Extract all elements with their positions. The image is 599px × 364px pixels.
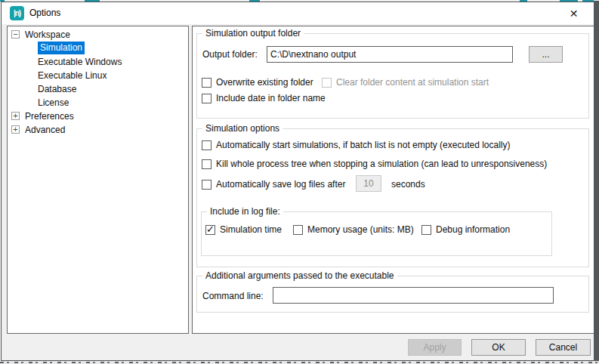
- checkbox-label: Automatically save log files after: [216, 179, 345, 190]
- group-legend: Include in log file:: [207, 206, 283, 217]
- checkbox-label: Include date in folder name: [216, 93, 326, 103]
- checkbox-box: [202, 140, 212, 150]
- checkbox-label: Memory usage (units: MB): [307, 224, 414, 235]
- close-button[interactable]: ✕: [557, 2, 591, 24]
- checkbox-label: Overwrite existing folder: [216, 77, 313, 88]
- checkbox-box: [202, 94, 212, 103]
- checkbox-box: [293, 225, 303, 235]
- nextnano-logo-icon: [10, 6, 24, 20]
- checkbox-label: Automatically start simulations, if batc…: [216, 140, 510, 150]
- tree-item-label-selected: Simulation: [38, 42, 85, 54]
- tree-item-preferences[interactable]: Preferences: [8, 110, 188, 123]
- screen: Options ✕ Workspace Simulation Executabl…: [0, 0, 599, 364]
- auto-save-seconds-input: [356, 175, 381, 192]
- memory-usage-checkbox[interactable]: Memory usage (units: MB): [293, 224, 414, 235]
- checkbox-box-checked: [205, 225, 215, 235]
- checkbox-box: [202, 78, 212, 88]
- close-icon: ✕: [570, 8, 579, 20]
- expand-icon[interactable]: [11, 112, 20, 120]
- output-folder-label: Output folder:: [202, 49, 258, 60]
- checkbox-label: Kill whole process tree when stopping a …: [216, 159, 547, 169]
- expand-icon[interactable]: [11, 125, 20, 134]
- group-legend: Simulation options: [202, 123, 283, 134]
- command-line-input[interactable]: [273, 287, 554, 304]
- tree-item-workspace[interactable]: Workspace: [8, 28, 188, 42]
- checkbox-box: [322, 78, 332, 88]
- kill-process-tree-checkbox[interactable]: Kill whole process tree when stopping a …: [202, 159, 547, 169]
- tree-item-label: Executable Linux: [38, 69, 107, 82]
- tree-item-label: Advanced: [25, 123, 65, 137]
- auto-start-simulations-checkbox[interactable]: Automatically start simulations, if batc…: [202, 140, 510, 150]
- ok-button[interactable]: OK: [471, 339, 526, 356]
- overwrite-existing-folder-checkbox[interactable]: Overwrite existing folder: [202, 77, 313, 88]
- tree-item-label: Executable Windows: [38, 55, 122, 69]
- checkbox-box: [202, 159, 212, 169]
- include-date-checkbox[interactable]: Include date in folder name: [202, 93, 326, 103]
- browse-button[interactable]: ...: [529, 46, 563, 63]
- apply-button: Apply: [408, 339, 462, 356]
- debug-information-checkbox[interactable]: Debug information: [421, 224, 510, 235]
- checkbox-box: [202, 180, 212, 190]
- background-window-bottom-edge: [0, 361, 599, 364]
- settings-panel: Simulation output folder Output folder: …: [192, 26, 595, 334]
- tree-item-database[interactable]: Database: [8, 82, 188, 96]
- settings-tree: Workspace Simulation Executable Windows …: [7, 26, 189, 334]
- checkbox-box: [421, 225, 431, 235]
- tree-item-label: Preferences: [25, 110, 74, 123]
- checkbox-label: Simulation time: [220, 224, 282, 235]
- seconds-label: seconds: [391, 179, 425, 190]
- group-simulation-options: Simulation options Automatically start s…: [196, 128, 589, 267]
- tree-item-executable-linux[interactable]: Executable Linux: [8, 69, 188, 82]
- group-legend: Additional arguments passed to the execu…: [202, 270, 397, 281]
- command-line-label: Command line:: [202, 291, 264, 301]
- tree-item-executable-windows[interactable]: Executable Windows: [8, 55, 188, 69]
- checkbox-label: Clear folder content at simulation start: [336, 77, 489, 88]
- tree-item-license[interactable]: License: [8, 96, 188, 110]
- tree-item-label: Workspace: [25, 28, 70, 42]
- window-title: Options: [29, 8, 60, 18]
- tree-item-label: License: [38, 96, 69, 110]
- output-folder-input[interactable]: [267, 46, 513, 63]
- cancel-button[interactable]: Cancel: [536, 339, 591, 356]
- background-window-right-edge: [594, 1, 599, 361]
- options-dialog: Options ✕ Workspace Simulation Executabl…: [1, 2, 597, 361]
- auto-save-log-checkbox[interactable]: Automatically save log files after: [202, 179, 345, 190]
- simulation-time-checkbox[interactable]: Simulation time: [205, 224, 282, 235]
- group-additional-arguments: Additional arguments passed to the execu…: [196, 276, 589, 313]
- tree-item-label: Database: [38, 82, 76, 96]
- group-legend: Simulation output folder: [202, 28, 304, 39]
- collapse-icon[interactable]: [11, 30, 20, 39]
- clear-folder-content-checkbox: Clear folder content at simulation start: [322, 77, 489, 88]
- title-bar: Options ✕: [2, 2, 597, 24]
- checkbox-label: Debug information: [436, 224, 510, 235]
- tree-item-simulation[interactable]: Simulation: [8, 42, 188, 55]
- group-include-in-log-file: Include in log file: Simulation time Mem…: [201, 211, 552, 256]
- tree-item-advanced[interactable]: Advanced: [8, 123, 188, 137]
- group-simulation-output-folder: Simulation output folder Output folder: …: [196, 33, 589, 119]
